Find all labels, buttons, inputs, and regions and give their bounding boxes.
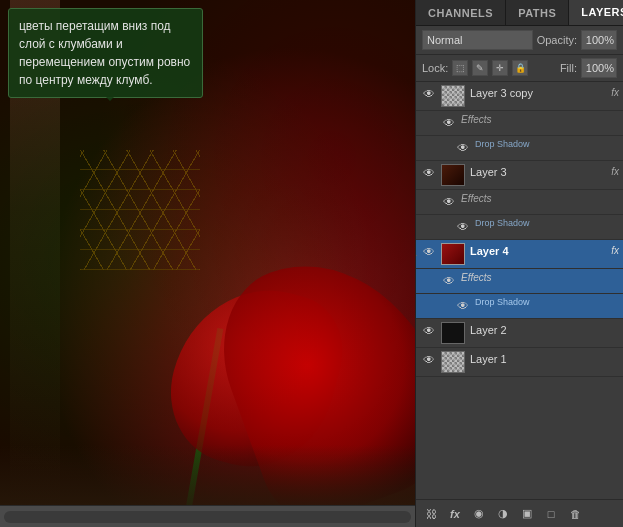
tab-channels[interactable]: CHANNELS (416, 0, 506, 25)
tab-layers[interactable]: LAYERS (569, 0, 623, 25)
panels-area: CHANNELS PATHS LAYERS Normal Dissolve Mu… (415, 0, 623, 527)
add-mask-btn[interactable]: ◉ (468, 504, 490, 524)
eye-dropshadow1[interactable]: 👁 (454, 139, 472, 157)
layer-item-dropshadow1[interactable]: 👁 Drop Shadow (416, 136, 623, 161)
eye-layer3[interactable]: 👁 (420, 164, 438, 182)
layer-item-effects2[interactable]: 👁 Effects (416, 190, 623, 215)
dropshadow1-label: Drop Shadow (475, 139, 530, 149)
eye-layer3copy[interactable]: 👁 (420, 85, 438, 103)
fx-badge-layer3: fx (611, 164, 619, 177)
lock-all-btn[interactable]: 🔒 (512, 60, 528, 76)
layer1-name: Layer 1 (470, 351, 619, 365)
eye-dropshadow2[interactable]: 👁 (454, 218, 472, 236)
canvas-scroll-bar[interactable] (0, 505, 415, 527)
layer3copy-name: Layer 3 copy (470, 85, 608, 99)
new-layer-btn[interactable]: □ (540, 504, 562, 524)
fx-badge-layer4: fx (611, 243, 619, 256)
selection-arrow: ▶ (416, 246, 417, 262)
layer-item-layer4[interactable]: ▶ 👁 Layer 4 fx (416, 240, 623, 269)
new-layer-icon: □ (548, 508, 555, 520)
new-group-btn[interactable]: ▣ (516, 504, 538, 524)
eye-dropshadow3[interactable]: 👁 (454, 297, 472, 315)
thumb-layer3 (441, 164, 465, 186)
lock-transparent-btn[interactable]: ⬚ (452, 60, 468, 76)
eye-layer1[interactable]: 👁 (420, 351, 438, 369)
layers-list: 👁 Layer 3 copy fx 👁 Effects 👁 Drop Shado… (416, 82, 623, 499)
link-layers-icon: ⛓ (426, 508, 437, 520)
layer-item-layer3copy[interactable]: 👁 Layer 3 copy fx (416, 82, 623, 111)
lock-position-btn[interactable]: ✛ (492, 60, 508, 76)
fill-input[interactable] (581, 58, 617, 78)
opacity-input[interactable] (581, 30, 617, 50)
layer-item-effects1[interactable]: 👁 Effects (416, 111, 623, 136)
link-layers-btn[interactable]: ⛓ (420, 504, 442, 524)
fx-badge-layer3copy: fx (611, 85, 619, 98)
layer2-name: Layer 2 (470, 322, 619, 336)
fill-label: Fill: (560, 62, 577, 74)
dropshadow2-label: Drop Shadow (475, 218, 530, 228)
tab-paths[interactable]: PATHS (506, 0, 569, 25)
eye-effects1[interactable]: 👁 (440, 114, 458, 132)
eye-effects2[interactable]: 👁 (440, 193, 458, 211)
thumb-layer2 (441, 322, 465, 344)
tooltip-text: цветы перетащим вниз под слой с клумбами… (19, 19, 190, 87)
layer3-name: Layer 3 (470, 164, 608, 178)
group-icon: ▣ (522, 507, 532, 520)
effects1-label: Effects (461, 114, 492, 125)
tab-bar: CHANNELS PATHS LAYERS (416, 0, 623, 26)
lock-image-btn[interactable]: ✎ (472, 60, 488, 76)
lock-label: Lock: (422, 62, 448, 74)
layer-item-dropshadow3[interactable]: 👁 Drop Shadow (416, 294, 623, 319)
fx-icon: fx (450, 508, 460, 520)
adjustment-icon: ◑ (498, 507, 508, 520)
canvas-area: цветы перетащим вниз под слой с клумбами… (0, 0, 415, 527)
horizontal-scrollbar[interactable] (4, 511, 411, 523)
delete-layer-btn[interactable]: 🗑 (564, 504, 586, 524)
tooltip-box: цветы перетащим вниз под слой с клумбами… (8, 8, 203, 98)
eye-layer2[interactable]: 👁 (420, 322, 438, 340)
dropshadow3-label: Drop Shadow (475, 297, 530, 307)
thumb-layer4 (441, 243, 465, 265)
thumb-layer1 (441, 351, 465, 373)
blend-mode-select[interactable]: Normal Dissolve Multiply Screen Overlay (422, 30, 533, 50)
lock-row: Lock: ⬚ ✎ ✛ 🔒 Fill: (416, 55, 623, 82)
layers-toolbar: ⛓ fx ◉ ◑ ▣ □ 🗑 (416, 499, 623, 527)
layer-item-effects3[interactable]: 👁 Effects (416, 269, 623, 294)
add-adjustment-btn[interactable]: ◑ (492, 504, 514, 524)
layer4-name: Layer 4 (470, 243, 608, 257)
layer-item-layer1[interactable]: 👁 Layer 1 (416, 348, 623, 377)
trash-icon: 🗑 (570, 508, 581, 520)
add-layer-style-btn[interactable]: fx (444, 504, 466, 524)
eye-layer4[interactable]: 👁 (420, 243, 438, 261)
layer-item-layer2[interactable]: 👁 Layer 2 (416, 319, 623, 348)
effects2-label: Effects (461, 193, 492, 204)
mask-icon: ◉ (474, 507, 484, 520)
effects3-label: Effects (461, 272, 492, 283)
layer-item-layer3[interactable]: 👁 Layer 3 fx (416, 161, 623, 190)
layer-item-dropshadow2[interactable]: 👁 Drop Shadow (416, 215, 623, 240)
thumb-layer3copy (441, 85, 465, 107)
layer-controls-row: Normal Dissolve Multiply Screen Overlay … (416, 26, 623, 55)
eye-effects3[interactable]: 👁 (440, 272, 458, 290)
opacity-label: Opacity: (537, 34, 577, 46)
